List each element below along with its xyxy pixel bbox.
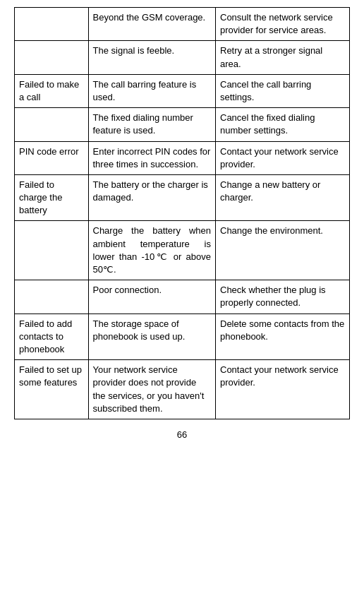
issue-cell: Failed to set up some features xyxy=(15,360,89,419)
solution-cell: Delete some contacts from the phonebook. xyxy=(216,314,350,360)
solution-cell: Retry at a stronger signal area. xyxy=(216,41,350,74)
cause-cell: The call barring feature is used. xyxy=(88,74,216,107)
issue-cell xyxy=(15,108,89,141)
cause-cell: Your network service provider does not p… xyxy=(88,360,216,419)
solution-cell: Change the environment. xyxy=(216,221,350,280)
cause-cell: Poor connection. xyxy=(88,280,216,314)
solution-cell: Consult the network service provider for… xyxy=(216,8,350,41)
solution-cell: Change a new battery or charger. xyxy=(216,174,350,221)
cause-cell: The fixed dialing number feature is used… xyxy=(88,108,216,141)
cause-cell: Beyond the GSM coverage. xyxy=(88,8,216,41)
cause-cell: The battery or the charger is damaged. xyxy=(88,174,216,221)
table-row: Failed to set up some features Your netw… xyxy=(15,360,350,419)
table-row: Failed to make a call The call barring f… xyxy=(15,74,350,107)
cause-cell: Enter incorrect PIN codes for three time… xyxy=(88,141,216,174)
issue-cell: Failed to charge the battery xyxy=(15,174,89,221)
troubleshooting-table: Beyond the GSM coverage. Consult the net… xyxy=(14,7,350,419)
issue-cell xyxy=(15,8,89,41)
page-number: 66 xyxy=(14,429,350,440)
table-row: The signal is feeble. Retry at a stronge… xyxy=(15,41,350,74)
cause-cell: The signal is feeble. xyxy=(88,41,216,74)
solution-cell: Cancel the call barring settings. xyxy=(216,74,350,107)
solution-cell: Contact your network service provider. xyxy=(216,360,350,419)
issue-cell xyxy=(15,221,89,280)
solution-cell: Check whether the plug is properly conne… xyxy=(216,280,350,314)
table-row: Poor connection. Check whether the plug … xyxy=(15,280,350,314)
table-row: PIN code error Enter incorrect PIN codes… xyxy=(15,141,350,174)
issue-cell xyxy=(15,280,89,314)
cause-cell: The storage space of phonebook is used u… xyxy=(88,314,216,360)
table-row: Charge the battery when ambient temperat… xyxy=(15,221,350,280)
table-row: Beyond the GSM coverage. Consult the net… xyxy=(15,8,350,41)
table-row: Failed to add contacts to phonebook The … xyxy=(15,314,350,360)
table-row: Failed to charge the battery The battery… xyxy=(15,174,350,221)
solution-cell: Contact your network service provider. xyxy=(216,141,350,174)
solution-cell: Cancel the fixed dialing number settings… xyxy=(216,108,350,141)
issue-cell xyxy=(15,41,89,74)
issue-cell: PIN code error xyxy=(15,141,89,174)
page-container: Beyond the GSM coverage. Consult the net… xyxy=(14,7,350,440)
table-row: The fixed dialing number feature is used… xyxy=(15,108,350,141)
issue-cell: Failed to add contacts to phonebook xyxy=(15,314,89,360)
issue-cell: Failed to make a call xyxy=(15,74,89,107)
cause-cell: Charge the battery when ambient temperat… xyxy=(88,221,216,280)
